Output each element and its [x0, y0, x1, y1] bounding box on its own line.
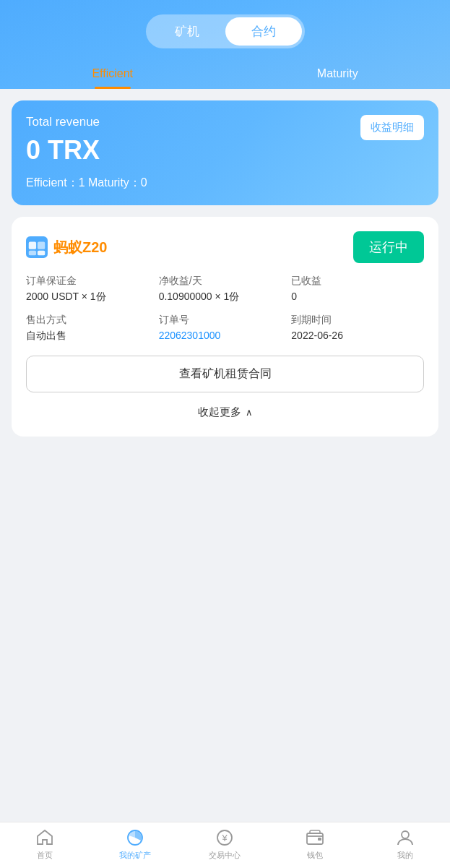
info-item-1: 净收益/天 0.10900000 × 1份 [159, 275, 292, 304]
yuan-icon: ¥ [215, 828, 234, 847]
detail-button[interactable]: 收益明细 [360, 115, 424, 140]
status-badge: 运行中 [353, 231, 424, 263]
info-item-2: 已收益 0 [291, 275, 424, 304]
info-value-4: 22062301000 [159, 330, 292, 341]
nav-label-trade: 交易中心 [209, 850, 241, 861]
svg-rect-4 [38, 251, 45, 256]
info-label-5: 到期时间 [291, 314, 424, 327]
info-value-0: 2000 USDT × 1份 [26, 291, 159, 304]
info-label-4: 订单号 [159, 314, 292, 327]
info-value-5: 2022-06-26 [291, 330, 424, 341]
svg-rect-2 [38, 242, 45, 249]
collapse-label: 收起更多 [198, 405, 241, 419]
info-label-2: 已收益 [291, 275, 424, 288]
svg-rect-3 [29, 251, 36, 256]
info-label-0: 订单保证金 [26, 275, 159, 288]
svg-rect-9 [318, 838, 321, 841]
miner-header: 蚂蚁Z20 运行中 [26, 231, 424, 263]
info-item-4: 订单号 22062301000 [159, 314, 292, 343]
nav-label-home: 首页 [37, 850, 53, 861]
chart-icon [126, 828, 144, 847]
user-icon [396, 828, 415, 847]
miner-name: 蚂蚁Z20 [53, 238, 107, 257]
miner-name-row: 蚂蚁Z20 [26, 236, 107, 258]
toggle-miner-btn[interactable]: 矿机 [149, 17, 225, 46]
toggle-row: 矿机 合约 [146, 14, 305, 48]
contract-button[interactable]: 查看矿机租赁合同 [26, 356, 424, 392]
info-item-0: 订单保证金 2000 USDT × 1份 [26, 275, 159, 304]
info-grid: 订单保证金 2000 USDT × 1份 净收益/天 0.10900000 × … [26, 275, 424, 343]
info-label-3: 售出方式 [26, 314, 159, 327]
main-content: Total revenue 0 TRX Efficient：1 Maturity… [0, 89, 450, 822]
info-value-1: 0.10900000 × 1份 [159, 291, 292, 304]
svg-point-10 [402, 831, 409, 838]
nav-item-trade[interactable]: ¥ 交易中心 [180, 828, 270, 861]
nav-item-mining[interactable]: 我的矿产 [90, 828, 181, 861]
miner-card: 蚂蚁Z20 运行中 订单保证金 2000 USDT × 1份 净收益/天 0.1… [12, 217, 438, 437]
nav-item-profile[interactable]: 我的 [360, 828, 450, 861]
tab-maturity[interactable]: Maturity [225, 60, 451, 89]
svg-rect-1 [29, 242, 36, 249]
info-item-5: 到期时间 2022-06-26 [291, 314, 424, 343]
tab-efficient[interactable]: Efficient [0, 60, 225, 89]
nav-item-home[interactable]: 首页 [0, 828, 90, 861]
wallet-icon [306, 828, 324, 847]
header: 矿机 合约 Efficient Maturity [0, 0, 450, 89]
sub-tabs: Efficient Maturity [0, 60, 450, 89]
nav-item-wallet[interactable]: 钱包 [270, 828, 360, 861]
info-label-1: 净收益/天 [159, 275, 292, 288]
info-value-3: 自动出售 [26, 330, 159, 343]
nav-label-profile: 我的 [397, 850, 413, 861]
info-item-3: 售出方式 自动出售 [26, 314, 159, 343]
info-value-2: 0 [291, 291, 424, 302]
nav-label-wallet: 钱包 [307, 850, 323, 861]
toggle-contract-btn[interactable]: 合约 [225, 17, 302, 46]
miner-icon [26, 236, 48, 258]
nav-label-mining: 我的矿产 [119, 850, 151, 861]
revenue-stats: Efficient：1 Maturity：0 [26, 176, 424, 191]
revenue-card: Total revenue 0 TRX Efficient：1 Maturity… [12, 100, 438, 205]
collapse-row[interactable]: 收起更多 ∧ [26, 403, 424, 422]
home-icon [35, 828, 54, 847]
svg-text:¥: ¥ [222, 833, 228, 843]
chevron-up-icon: ∧ [246, 407, 253, 418]
bottom-nav: 首页 我的矿产 ¥ 交易中心 钱包 我的 [0, 822, 450, 868]
